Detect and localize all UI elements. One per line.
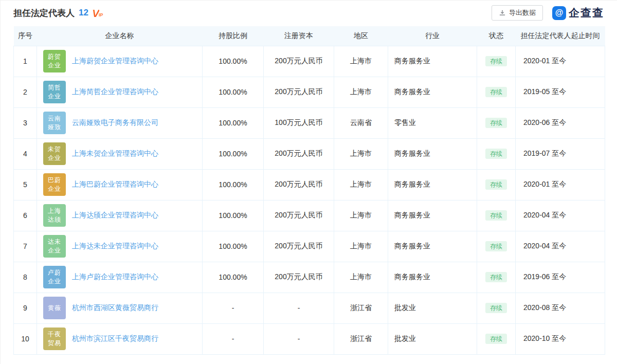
cell-status: 存续	[477, 323, 516, 354]
cell-registered-capital: 200万元人民币	[264, 46, 334, 77]
cell-shareholding-ratio: 100.00%	[203, 200, 264, 231]
cell-status: 存续	[477, 138, 516, 169]
status-badge: 存续	[485, 241, 507, 251]
col-header-status: 状态	[477, 26, 516, 46]
cell-industry: 批发业	[388, 293, 477, 323]
record-count: 12	[79, 8, 88, 18]
companies-table-wrap: 序号 企业名称 持股比例 注册资本 地区 行业 状态 担任法定代表人起止时间 1…	[1, 26, 617, 355]
company-avatar[interactable]: 蔚贺企业	[43, 50, 66, 72]
cell-registered-capital: 100万元人民币	[264, 107, 334, 138]
cell-region: 上海市	[334, 200, 388, 231]
company-name-link[interactable]: 杭州市西湖区黄薇贸易商行	[72, 303, 158, 313]
company-avatar-line: 企业	[48, 92, 61, 101]
cell-period: 2020-06 至今	[516, 107, 605, 138]
col-header-period: 担任法定代表人起止时间	[516, 26, 605, 46]
cell-shareholding-ratio: -	[203, 323, 264, 354]
company-cell: 上海达颀上海达颀企业管理咨询中心	[37, 204, 202, 227]
cell-region: 上海市	[334, 231, 388, 262]
cell-row-number: 8	[14, 262, 37, 293]
cell-company: 蔚贺企业上海蔚贺企业管理咨询中心	[37, 46, 203, 77]
cell-registered-capital: 200万元人民币	[264, 138, 334, 169]
company-avatar-line: 达未	[48, 238, 61, 246]
status-badge: 存续	[485, 334, 507, 344]
company-name-link[interactable]: 上海巴蔚企业管理咨询中心	[72, 180, 158, 189]
company-avatar[interactable]: 黄薇	[43, 297, 66, 319]
company-avatar[interactable]: 巴蔚企业	[43, 173, 66, 196]
company-avatar-line: 云南	[48, 114, 61, 123]
table-row: 8卢蔚企业上海卢蔚企业管理咨询中心100.00%200万元人民币上海市商务服务业…	[14, 262, 605, 293]
cell-company: 云南娅致云南娅致电子商务有限公司	[37, 107, 203, 138]
company-name-link[interactable]: 上海达未企业管理咨询中心	[72, 242, 158, 251]
company-cell: 黄薇杭州市西湖区黄薇贸易商行	[37, 297, 202, 319]
table-row: 9黄薇杭州市西湖区黄薇贸易商行--浙江省批发业存续2020-08 至今	[14, 293, 605, 323]
cell-region: 云南省	[334, 107, 388, 138]
cell-region: 上海市	[334, 262, 388, 293]
cell-period: 2020-01 至今	[516, 46, 605, 77]
company-avatar[interactable]: 达未企业	[43, 235, 66, 258]
brand-logo[interactable]: @ 企查查	[552, 6, 604, 20]
company-avatar-line: 企业	[48, 61, 61, 70]
company-avatar-line: 企业	[48, 185, 61, 193]
col-header-no: 序号	[14, 26, 37, 46]
cell-row-number: 4	[14, 138, 37, 169]
company-cell: 千夜贸易杭州市滨江区千夜贸易商行	[37, 327, 202, 350]
table-row: 1蔚贺企业上海蔚贺企业管理咨询中心100.00%200万元人民币上海市商务服务业…	[14, 46, 605, 77]
cell-company: 简哲企业上海简哲企业管理咨询中心	[37, 77, 203, 107]
company-avatar-line: 巴蔚	[48, 176, 61, 185]
table-row: 5巴蔚企业上海巴蔚企业管理咨询中心100.00%200万元人民币上海市商务服务业…	[14, 169, 605, 200]
cell-period: 2020-10 至今	[516, 323, 605, 354]
vip-icon: V IP	[92, 8, 103, 19]
company-avatar[interactable]: 千夜贸易	[43, 327, 66, 350]
status-badge: 存续	[485, 56, 507, 66]
cell-industry: 商务服务业	[388, 262, 477, 293]
cell-region: 浙江省	[334, 293, 388, 323]
cell-region: 上海市	[334, 77, 388, 107]
company-avatar-line: 贸易	[48, 339, 61, 348]
cell-region: 上海市	[334, 46, 388, 77]
cell-period: 2020-01 至今	[516, 169, 605, 200]
status-badge: 存续	[485, 303, 507, 313]
company-avatar[interactable]: 云南娅致	[43, 112, 66, 134]
company-cell: 卢蔚企业上海卢蔚企业管理咨询中心	[37, 266, 202, 288]
cell-period: 2019-07 至今	[516, 138, 605, 169]
col-header-registered-capital: 注册资本	[264, 26, 334, 46]
company-avatar-line: 企业	[48, 277, 61, 286]
export-data-button[interactable]: 导出数据	[492, 5, 543, 21]
col-header-company-name: 企业名称	[37, 26, 203, 46]
company-name-link[interactable]: 上海达颀企业管理咨询中心	[72, 211, 158, 220]
company-name-link[interactable]: 上海蔚贺企业管理咨询中心	[72, 57, 158, 66]
cell-company: 黄薇杭州市西湖区黄薇贸易商行	[37, 293, 203, 323]
company-avatar[interactable]: 卢蔚企业	[43, 266, 66, 288]
cell-registered-capital: 200万元人民币	[264, 77, 334, 107]
company-avatar-line: 卢蔚	[48, 268, 61, 277]
cell-shareholding-ratio: 100.00%	[203, 262, 264, 293]
company-name-link[interactable]: 杭州市滨江区千夜贸易商行	[72, 334, 158, 343]
qcc-logo-text: 企查查	[569, 6, 604, 20]
cell-shareholding-ratio: 100.00%	[203, 107, 264, 138]
company-name-link[interactable]: 上海简哲企业管理咨询中心	[72, 87, 158, 97]
cell-industry: 零售业	[388, 107, 477, 138]
cell-period: 2020-04 至今	[516, 200, 605, 231]
cell-industry: 商务服务业	[388, 200, 477, 231]
table-row: 4未贺企业上海未贺企业管理咨询中心100.00%200万元人民币上海市商务服务业…	[14, 138, 605, 169]
cell-registered-capital: -	[264, 323, 334, 354]
page-title: 担任法定代表人	[13, 7, 75, 19]
company-avatar[interactable]: 上海达颀	[43, 204, 66, 227]
status-badge: 存续	[485, 149, 507, 159]
company-name-link[interactable]: 上海未贺企业管理咨询中心	[72, 149, 158, 158]
company-name-link[interactable]: 云南娅致电子商务有限公司	[72, 118, 158, 128]
company-avatar-line: 简哲	[48, 83, 61, 92]
company-avatar-line: 上海	[48, 207, 61, 215]
col-header-region: 地区	[334, 26, 388, 46]
cell-company: 达未企业上海达未企业管理咨询中心	[37, 231, 203, 262]
cell-shareholding-ratio: 100.00%	[203, 138, 264, 169]
header-actions: 导出数据 @ 企查查	[492, 5, 604, 21]
cell-region: 浙江省	[334, 323, 388, 354]
cell-row-number: 1	[14, 46, 37, 77]
company-cell: 蔚贺企业上海蔚贺企业管理咨询中心	[37, 50, 202, 72]
company-avatar[interactable]: 简哲企业	[43, 81, 66, 103]
company-avatar[interactable]: 未贺企业	[43, 142, 66, 165]
export-data-label: 导出数据	[509, 8, 536, 17]
cell-company: 上海达颀上海达颀企业管理咨询中心	[37, 200, 203, 231]
company-name-link[interactable]: 上海卢蔚企业管理咨询中心	[72, 272, 158, 282]
